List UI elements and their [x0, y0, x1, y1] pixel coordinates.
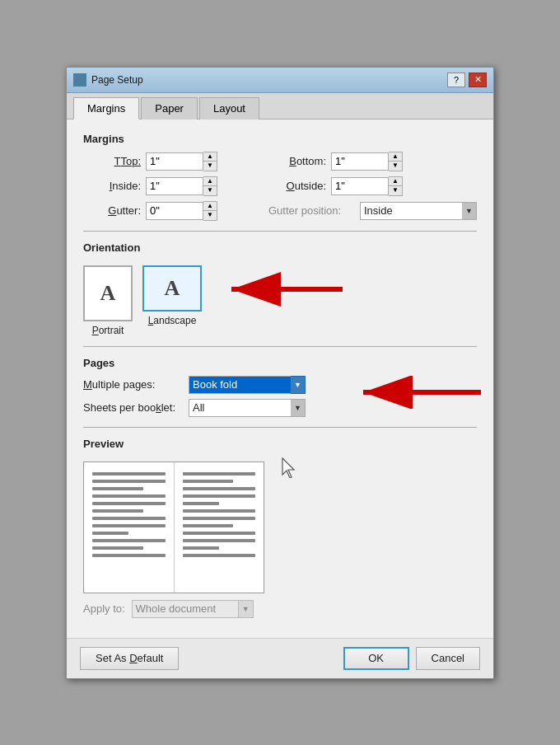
preview-left-page [84, 462, 175, 593]
gutter-spinner: ▲ ▼ [146, 201, 217, 221]
line2 [92, 480, 166, 483]
title-bar: Page Setup ? ✕ [67, 68, 493, 93]
dialog-content: Margins TTop: ▲ ▼ Bottom: [67, 119, 493, 638]
line4 [92, 494, 166, 498]
line7 [92, 517, 166, 520]
gutter-pos-value: Inside [360, 202, 477, 220]
bottom-spin-btns: ▲ ▼ [389, 152, 403, 171]
landscape-arrow [215, 252, 347, 326]
top-spin-down[interactable]: ▼ [203, 162, 217, 171]
rline9 [183, 532, 256, 535]
portrait-icon: A [83, 265, 133, 321]
outside-field-row: Outside: ▲ ▼ [268, 176, 477, 196]
line6 [92, 509, 143, 513]
gutter-pos-label: Gutter position: [268, 204, 355, 217]
set-default-button[interactable]: Set As Default [80, 647, 179, 670]
rline3 [183, 487, 256, 490]
landscape-option[interactable]: A Landscape [142, 265, 202, 336]
tab-margins[interactable]: Margins [73, 97, 139, 119]
rline2 [183, 480, 234, 483]
dialog-icon [73, 73, 86, 87]
gutter-label: Gutter: [83, 204, 141, 217]
line10 [92, 539, 166, 542]
sheets-label: Sheets per booklet: [83, 401, 182, 414]
preview-book [83, 462, 264, 593]
top-spin-btns: ▲ ▼ [203, 152, 217, 171]
pages-section: Pages Multiple pages: Book fold ▼ [83, 357, 477, 417]
rline1 [183, 472, 256, 476]
margins-section-label: Margins [83, 133, 477, 145]
apply-to-arrow[interactable]: ▼ [239, 600, 254, 618]
help-button[interactable]: ? [447, 73, 465, 87]
close-button[interactable]: ✕ [469, 73, 487, 87]
set-default-label: Set As Default [96, 652, 163, 664]
inside-spinner: ▲ ▼ [146, 176, 217, 196]
bottom-input[interactable] [331, 152, 389, 171]
gutter-spin-btns: ▲ ▼ [203, 201, 217, 221]
line5 [92, 502, 166, 505]
line11 [92, 546, 143, 550]
apply-to-label: Apply to: [83, 602, 125, 615]
footer-left: Set As Default [80, 647, 179, 670]
gutter-pos-field-row: Gutter position: Inside ▼ [268, 201, 477, 221]
multiple-pages-label: Multiple pages: [83, 378, 182, 391]
portrait-option[interactable]: A Portrait [83, 265, 133, 336]
preview-right-page [175, 462, 264, 593]
line8 [92, 524, 166, 527]
inside-spin-btns: ▲ ▼ [203, 176, 217, 196]
inside-spin-down[interactable]: ▼ [203, 186, 217, 195]
top-input[interactable] [146, 152, 203, 171]
outside-input[interactable] [331, 177, 389, 195]
inside-label: Inside: [83, 180, 141, 192]
top-spin-up[interactable]: ▲ [203, 152, 217, 162]
gutter-field-row: Gutter: ▲ ▼ [83, 201, 252, 221]
divider-3 [83, 427, 477, 428]
bottom-field-row: Bottom: ▲ ▼ [268, 152, 477, 171]
bottom-spin-up[interactable]: ▲ [389, 152, 402, 162]
outside-spinner: ▲ ▼ [331, 176, 403, 196]
outside-spin-btns: ▲ ▼ [389, 176, 403, 196]
rline11 [183, 546, 219, 550]
rline4 [183, 494, 256, 498]
cursor-icon [281, 457, 296, 478]
bottom-spin-down[interactable]: ▼ [389, 162, 402, 171]
tab-layout[interactable]: Layout [199, 97, 259, 119]
line12 [92, 554, 166, 557]
orientation-section: Orientation A Portrait A [83, 241, 477, 336]
svg-marker-4 [282, 458, 294, 478]
line3 [92, 487, 143, 490]
divider-2 [83, 346, 477, 347]
gutter-spin-down[interactable]: ▼ [203, 211, 217, 220]
inside-field-row: Inside: ▲ ▼ [83, 176, 252, 196]
bookfold-arrow [353, 376, 485, 409]
landscape-label: Landscape [148, 315, 197, 326]
top-spinner: ▲ ▼ [146, 152, 217, 171]
apply-to-select: Whole document ▼ [132, 600, 254, 618]
landscape-icon: A [142, 265, 202, 312]
sheets-value: All [189, 399, 306, 417]
cursor-area [281, 457, 296, 480]
orientation-options: A Portrait A Landscape [83, 265, 202, 336]
ok-button[interactable]: OK [343, 647, 409, 670]
title-bar-left: Page Setup [73, 73, 143, 87]
apply-to-row: Apply to: Whole document ▼ [83, 600, 477, 618]
gutter-pos-select-wrap: Inside ▼ [360, 202, 477, 220]
bottom-label: Bottom: [268, 155, 326, 167]
gutter-input[interactable] [146, 202, 203, 220]
inside-input[interactable] [146, 177, 203, 195]
gutter-spin-up[interactable]: ▲ [203, 202, 217, 211]
rline6 [183, 509, 256, 513]
line9 [92, 532, 128, 535]
outside-label: Outside: [268, 180, 326, 192]
apply-to-value: Whole document [132, 600, 239, 618]
cancel-button[interactable]: Cancel [416, 647, 480, 670]
rline8 [183, 524, 234, 527]
outside-spin-down[interactable]: ▼ [389, 186, 402, 195]
footer-right: OK Cancel [343, 647, 480, 670]
tab-paper[interactable]: Paper [141, 97, 198, 119]
inside-spin-up[interactable]: ▲ [203, 177, 217, 186]
rline7 [183, 517, 256, 520]
outside-spin-up[interactable]: ▲ [389, 177, 402, 186]
preview-section: Preview [83, 438, 477, 618]
page-setup-dialog: Page Setup ? ✕ Margins Paper Layout Marg… [66, 67, 494, 679]
